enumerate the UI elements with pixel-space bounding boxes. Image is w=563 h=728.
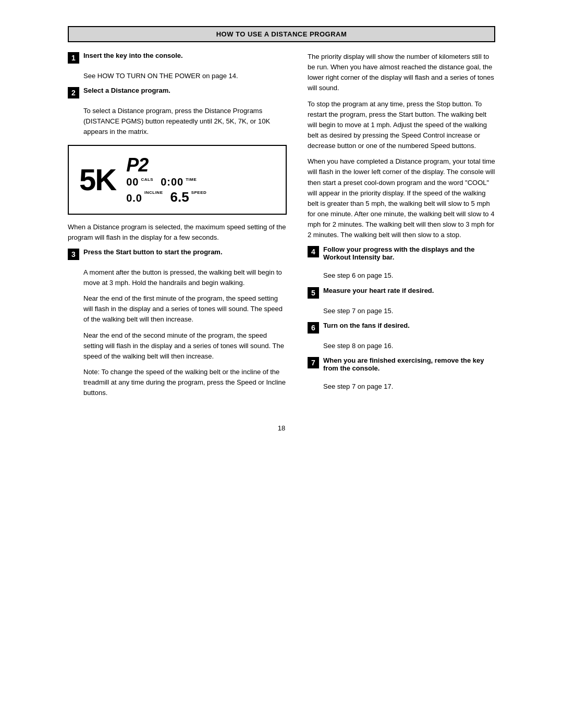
display-cals-label: CALS: [141, 177, 153, 182]
display-speed-label: SPEED: [191, 190, 207, 195]
display-stats: 00 CALS 0:00 TIME 0.0 INCLINE 6.5 SPEED: [126, 176, 206, 205]
step-5-number: 5: [308, 287, 319, 299]
step-2-content: Select a Distance program.: [83, 87, 287, 96]
step-3-content: Press the Start button to start the prog…: [83, 248, 287, 258]
display-row-2: 0.0 INCLINE 6.5 SPEED: [126, 189, 206, 205]
step-1-body: See HOW TO TURN ON THE POWER on page 14.: [83, 71, 287, 81]
step-6: 6 Turn on the fans if desired.: [308, 322, 495, 334]
display-incline-label: INCLINE: [144, 190, 163, 195]
display-time-val: 0:00: [161, 176, 183, 188]
step-7-body: See step 7 on page 17.: [323, 381, 495, 392]
page: HOW TO USE A DISTANCE PROGRAM 1 Insert t…: [47, 0, 516, 458]
display-row-1: 00 CALS 0:00 TIME: [126, 176, 206, 188]
step-6-number: 6: [308, 322, 319, 334]
step-5-content: Measure your heart rate if desired.: [323, 287, 495, 297]
step-1-content: Insert the key into the console.: [83, 52, 287, 61]
left-column: 1 Insert the key into the console. See H…: [68, 52, 287, 403]
step-2: 2 Select a Distance program.: [68, 87, 287, 98]
step-3-body-1: A moment after the button is pressed, th…: [83, 267, 287, 288]
step-1: 1 Insert the key into the console.: [68, 52, 287, 64]
display-big-value: 5K: [79, 165, 116, 195]
step-5-body: See step 7 on page 15.: [323, 306, 495, 316]
page-number: 18: [68, 424, 495, 432]
step-1-title: Insert the key into the console.: [83, 52, 287, 59]
step-7-number: 7: [308, 357, 319, 368]
step-7-title: When you are finished exercising, remove…: [323, 356, 495, 372]
right-intro-1: The priority display will show the numbe…: [308, 52, 495, 94]
step-7: 7 When you are finished exercising, remo…: [308, 356, 495, 374]
step-7-content: When you are finished exercising, remove…: [323, 356, 495, 374]
section-heading: HOW TO USE A DISTANCE PROGRAM: [68, 26, 495, 42]
right-column: The priority display will show the numbe…: [308, 52, 495, 403]
step-4-body: See step 6 on page 15.: [323, 270, 495, 281]
display-speed-val: 6.5: [170, 189, 189, 205]
step-5-title: Measure your heart rate if desired.: [323, 287, 495, 294]
display-cals-val: 00: [126, 176, 139, 188]
step-2-number: 2: [68, 87, 79, 98]
step-3-body-4: Note: To change the speed of the walking…: [83, 367, 287, 398]
step-3-body-2: Near the end of the first minute of the …: [83, 293, 287, 325]
step-5: 5 Measure your heart rate if desired.: [308, 287, 495, 299]
step-2-body: To select a Distance program, press the …: [83, 106, 287, 137]
step-4-number: 4: [308, 246, 319, 257]
step-4-content: Follow your progress with the displays a…: [323, 245, 495, 263]
display-program: P2: [126, 154, 206, 176]
step-6-content: Turn on the fans if desired.: [323, 322, 495, 331]
display-box: 5K P2 00 CALS 0:00 TIME 0.0 INCLINE: [68, 145, 287, 215]
step-3-title: Press the Start button to start the prog…: [83, 248, 287, 256]
step-1-number: 1: [68, 52, 79, 64]
step-3: 3 Press the Start button to start the pr…: [68, 248, 287, 260]
right-intro-3: When you have completed a Distance progr…: [308, 156, 495, 240]
after-display-text: When a Distance program is selected, the…: [68, 222, 287, 243]
display-time-label: TIME: [186, 177, 197, 182]
step-3-body-3: Near the end of the second minute of the…: [83, 330, 287, 362]
step-4: 4 Follow your progress with the displays…: [308, 245, 495, 263]
step-6-body: See step 8 on page 16.: [323, 341, 495, 351]
display-incline-val: 0.0: [126, 192, 142, 204]
step-3-number: 3: [68, 249, 79, 260]
step-6-title: Turn on the fans if desired.: [323, 322, 495, 329]
step-2-title: Select a Distance program.: [83, 87, 287, 94]
right-intro-2: To stop the program at any time, press t…: [308, 99, 495, 152]
step-4-title: Follow your progress with the displays a…: [323, 245, 495, 261]
two-column-layout: 1 Insert the key into the console. See H…: [68, 52, 495, 403]
